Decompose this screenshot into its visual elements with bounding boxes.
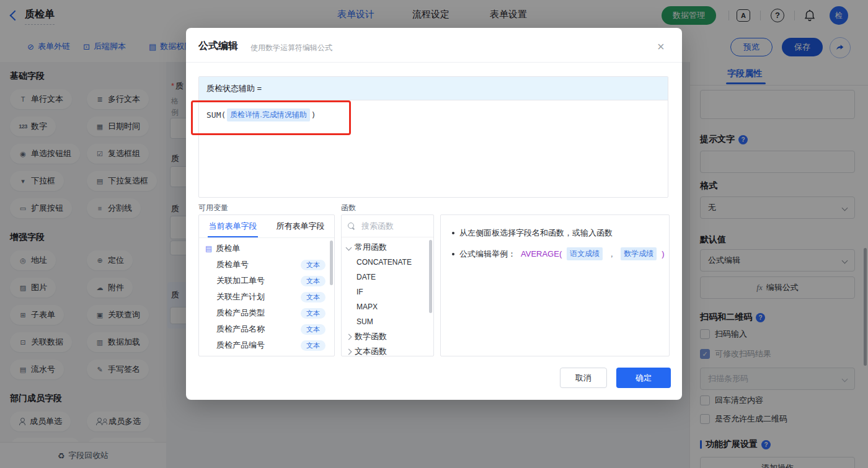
example-chip: 语文成绩 xyxy=(567,247,603,260)
formula-target: 质检状态辅助 = xyxy=(206,83,262,94)
type-badge: 文本 xyxy=(301,260,326,270)
modal-title: 公式编辑 xyxy=(198,40,238,53)
example-chip: 数学成绩 xyxy=(621,247,657,260)
function-group-math[interactable]: 数学函数 xyxy=(342,329,433,344)
variables-tabs: 当前表单字段 所有表单字段 xyxy=(199,215,334,238)
formula-editor[interactable]: 质检状态辅助 = SUM( 质检详情.完成情况辅助 ) xyxy=(198,76,668,198)
chevron-right-icon xyxy=(346,333,352,340)
type-badge: 文本 xyxy=(301,292,326,302)
divider xyxy=(186,62,682,63)
type-badge: 文本 xyxy=(301,308,326,319)
example-close-paren: ) xyxy=(662,249,664,258)
search-icon xyxy=(348,223,355,230)
annotation-highlight-box xyxy=(191,100,351,135)
close-icon[interactable]: × xyxy=(657,40,665,53)
functions-scrollbar[interactable] xyxy=(429,240,432,313)
form-doc-icon: ▤ xyxy=(205,244,212,253)
help-bullet-1: 从左侧面板选择字段名和函数，或输入函数 xyxy=(452,227,613,239)
example-comma: ， xyxy=(608,249,616,260)
bullet-dot xyxy=(452,253,454,255)
confirm-button[interactable]: 确定 xyxy=(616,368,671,388)
app-root: 质检单 表单设计 流程设定 表单设置 数据管理 A ? 检 ⊘ 表单外链 ⊡ 后… xyxy=(0,0,868,468)
help-panel: 从左侧面板选择字段名和函数，或输入函数 公式编辑举例：AVERAGE( 语文成绩… xyxy=(440,214,670,356)
tab-current-form-fields[interactable]: 当前表单字段 xyxy=(199,215,267,237)
example-function-name: AVERAGE( xyxy=(521,249,562,258)
function-item-if[interactable]: IF xyxy=(342,285,433,299)
help-bullet-2: 公式编辑举例：AVERAGE( 语文成绩 ， 数学成绩 ) xyxy=(452,247,665,260)
type-badge: 文本 xyxy=(301,276,326,286)
chevron-down-icon xyxy=(346,244,352,250)
modal-subtitle: 使用数学运算符编辑公式 xyxy=(250,43,332,53)
variables-panel: 当前表单字段 所有表单字段 ▤质检单 质检单号文本 关联加工单号文本 关联生产计… xyxy=(198,214,335,356)
functions-label: 函数 xyxy=(341,203,356,213)
type-badge: 文本 xyxy=(301,340,326,351)
variable-field-row[interactable]: 质检产品编号文本 xyxy=(199,337,334,353)
cancel-button[interactable]: 取消 xyxy=(560,368,607,388)
bullet-dot xyxy=(452,232,454,234)
function-search-input[interactable] xyxy=(360,221,425,231)
function-group-text[interactable]: 文本函数 xyxy=(342,344,433,356)
function-search-row xyxy=(342,215,433,237)
formula-target-row: 质检状态辅助 = xyxy=(199,77,668,100)
variable-field-row[interactable]: 关联生产计划文本 xyxy=(199,289,334,305)
type-badge: 文本 xyxy=(301,324,326,335)
function-item-date[interactable]: DATE xyxy=(342,270,433,285)
functions-panel: 常用函数 CONCATENATE DATE IF MAPX SUM 数学函数 文… xyxy=(341,214,434,356)
variable-field-row[interactable]: 质检产品类型文本 xyxy=(199,305,334,321)
variable-field-row[interactable]: 质检产品名称文本 xyxy=(199,321,334,337)
variables-scrollbar[interactable] xyxy=(330,241,333,285)
function-item-concatenate[interactable]: CONCATENATE xyxy=(342,255,433,270)
tab-all-form-fields[interactable]: 所有表单字段 xyxy=(267,215,334,237)
variable-tree-root[interactable]: ▤质检单 xyxy=(199,241,334,257)
variable-field-row[interactable]: 关联加工单号文本 xyxy=(199,273,334,289)
formula-editor-modal: 公式编辑 使用数学运算符编辑公式 × 质检状态辅助 = SUM( 质检详情.完成… xyxy=(186,28,682,400)
variables-label: 可用变量 xyxy=(198,203,228,213)
variable-field-row[interactable]: 质检单号文本 xyxy=(199,257,334,273)
function-item-mapx[interactable]: MAPX xyxy=(342,299,433,314)
chevron-right-icon xyxy=(346,348,352,355)
function-group-common[interactable]: 常用函数 xyxy=(342,240,433,255)
variable-field-row[interactable]: 文本 xyxy=(199,353,334,356)
function-item-sum[interactable]: SUM xyxy=(342,314,433,329)
type-badge: 文本 xyxy=(301,356,326,357)
